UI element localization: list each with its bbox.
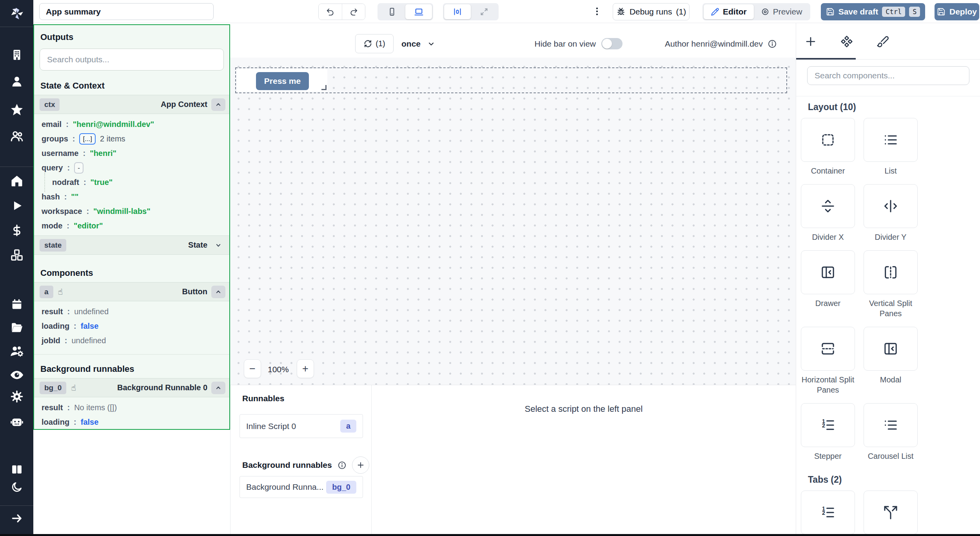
save-draft-button[interactable]: Save draft Ctrl S bbox=[821, 3, 925, 20]
output-row-loading[interactable]: loading:false bbox=[34, 415, 229, 429]
outputs-search-input[interactable] bbox=[40, 49, 224, 71]
component-grid: 12 bbox=[801, 491, 980, 534]
sidebar-item-home[interactable] bbox=[9, 174, 24, 188]
redo-button[interactable] bbox=[342, 4, 365, 20]
desktop-view-button[interactable] bbox=[405, 4, 432, 19]
output-row-groups[interactable]: groups:[...]2 items bbox=[34, 132, 229, 146]
divider-y-icon bbox=[883, 198, 898, 214]
sidebar-item-variables[interactable] bbox=[9, 223, 24, 238]
tab-preview[interactable]: Preview bbox=[754, 4, 809, 19]
sidebar-item-groups[interactable] bbox=[9, 129, 24, 144]
canvas-grid[interactable] bbox=[230, 58, 796, 385]
bg-runnable-header-row[interactable]: bg_0 ☝ Background Runnable 0 bbox=[34, 378, 229, 397]
zoom-out-button[interactable]: − bbox=[244, 359, 261, 378]
component-item-stepper: 12Stepper bbox=[801, 403, 855, 461]
preview-tab-label: Preview bbox=[773, 7, 802, 16]
sidebar-item-schedules[interactable] bbox=[9, 297, 24, 312]
component-card-ordered-list-icon[interactable]: 12 bbox=[801, 491, 855, 534]
sidebar-item-user[interactable] bbox=[9, 74, 24, 89]
undo-redo-group bbox=[318, 4, 365, 20]
output-row-loading[interactable]: loading:false bbox=[34, 319, 229, 333]
hide-bar-toggle[interactable] bbox=[601, 38, 622, 49]
sidebar-item-runs[interactable] bbox=[9, 198, 24, 213]
output-row-email[interactable]: email:"henri@windmill.dev" bbox=[34, 117, 229, 132]
output-row-hash[interactable]: hash:"" bbox=[34, 190, 229, 204]
more-menu-button[interactable] bbox=[592, 6, 602, 18]
component-card-drawer[interactable] bbox=[801, 250, 855, 294]
chevron-up-icon bbox=[214, 101, 222, 109]
output-row-workspace[interactable]: workspace:"windmill-labs" bbox=[34, 204, 229, 219]
component-label: Drawer bbox=[815, 298, 840, 308]
debug-runs-button[interactable]: Debug runs (1) bbox=[613, 3, 690, 20]
expand-button[interactable] bbox=[211, 239, 225, 252]
component-card-modal[interactable] bbox=[864, 327, 918, 371]
app-canvas[interactable]: (1) once Hide bar on view Author henri@w… bbox=[230, 23, 796, 385]
press-me-button[interactable]: Press me bbox=[256, 72, 309, 90]
tab-styling[interactable] bbox=[875, 34, 890, 49]
ctx-header-row[interactable]: ctx App Context bbox=[34, 95, 229, 114]
undo-button[interactable] bbox=[319, 4, 342, 20]
center-align-button[interactable] bbox=[444, 4, 471, 19]
component-card-divider-y[interactable] bbox=[864, 184, 918, 228]
tab-component-settings[interactable] bbox=[839, 34, 854, 49]
sidebar-item-expand[interactable] bbox=[9, 511, 24, 526]
mobile-view-button[interactable] bbox=[379, 4, 405, 19]
colon: : bbox=[67, 163, 70, 172]
sidebar-item-ai[interactable] bbox=[9, 415, 24, 429]
runnable-item-background[interactable]: Background Runna... bg_0 bbox=[240, 476, 363, 498]
output-key: email bbox=[42, 120, 62, 129]
fullscreen-button[interactable] bbox=[471, 4, 497, 19]
tab-add-component[interactable] bbox=[803, 34, 818, 49]
output-row-query[interactable]: query:- bbox=[34, 161, 229, 175]
state-header-row[interactable]: state State bbox=[34, 235, 229, 255]
output-row-result[interactable]: result:undefined bbox=[34, 304, 229, 319]
collapse-button[interactable] bbox=[211, 286, 225, 298]
windmill-logo-icon[interactable] bbox=[9, 6, 24, 21]
sidebar-item-audit-logs[interactable] bbox=[9, 368, 24, 382]
tab-editor[interactable]: Editor bbox=[704, 4, 754, 19]
component-card-container[interactable] bbox=[801, 118, 855, 162]
sidebar-item-dark-mode[interactable] bbox=[9, 480, 24, 494]
component-card-vertical-split-panes[interactable] bbox=[864, 250, 918, 294]
button-component-cell[interactable]: Press me bbox=[237, 69, 327, 92]
output-row-result[interactable]: result:No items ([]) bbox=[34, 400, 229, 415]
output-row-jobId[interactable]: jobId:undefined bbox=[34, 333, 229, 348]
output-row-username[interactable]: username:"henri" bbox=[34, 146, 229, 161]
zoom-in-button[interactable]: + bbox=[297, 359, 314, 378]
collapse-button[interactable] bbox=[211, 382, 225, 394]
info-icon bbox=[768, 39, 777, 49]
component-card-carousel-list[interactable] bbox=[864, 403, 918, 447]
sidebar-item-workers[interactable] bbox=[9, 344, 24, 359]
resize-handle[interactable] bbox=[321, 85, 327, 90]
sidebar-item-docs[interactable] bbox=[9, 462, 24, 477]
component-label: Carousel List bbox=[868, 451, 914, 461]
add-background-runnable-button[interactable] bbox=[352, 456, 369, 474]
refresh-button[interactable]: (1) bbox=[355, 34, 394, 53]
output-value: No items ([]) bbox=[74, 403, 117, 412]
selected-component-row[interactable]: Press me bbox=[235, 67, 787, 93]
button-component-header-row[interactable]: a ☝ Button bbox=[34, 282, 229, 301]
components-search-input[interactable] bbox=[807, 66, 969, 85]
sidebar-item-resources[interactable] bbox=[9, 248, 24, 263]
component-card-stepper[interactable]: 12 bbox=[801, 403, 855, 447]
output-row-mode[interactable]: mode:"editor" bbox=[34, 219, 229, 233]
interval-value: once bbox=[401, 39, 421, 49]
sidebar-item-favorites[interactable] bbox=[9, 102, 24, 117]
component-card-split-arrows-icon[interactable] bbox=[864, 491, 918, 534]
toggle-knob bbox=[602, 39, 612, 49]
refresh-interval-dropdown[interactable]: once bbox=[401, 34, 436, 53]
app-summary-input[interactable] bbox=[39, 3, 214, 20]
deploy-button[interactable]: Deploy bbox=[935, 3, 979, 20]
runnable-item-inline-script[interactable]: Inline Script 0 a bbox=[240, 414, 363, 438]
collapse-button[interactable] bbox=[211, 98, 225, 111]
components-panel-tabs bbox=[796, 23, 980, 60]
sidebar bbox=[0, 0, 33, 536]
component-card-horizontal-split-panes[interactable] bbox=[801, 327, 855, 371]
sidebar-item-folders[interactable] bbox=[9, 320, 24, 335]
topbar: Debug runs (1) Editor Preview Save draft… bbox=[33, 0, 980, 23]
sidebar-item-settings[interactable] bbox=[9, 389, 24, 404]
sidebar-item-workspace[interactable] bbox=[9, 47, 24, 62]
component-card-divider-x[interactable] bbox=[801, 184, 855, 228]
output-row-nodraft[interactable]: nodraft:"true" bbox=[34, 175, 229, 190]
component-card-list[interactable] bbox=[864, 118, 918, 162]
